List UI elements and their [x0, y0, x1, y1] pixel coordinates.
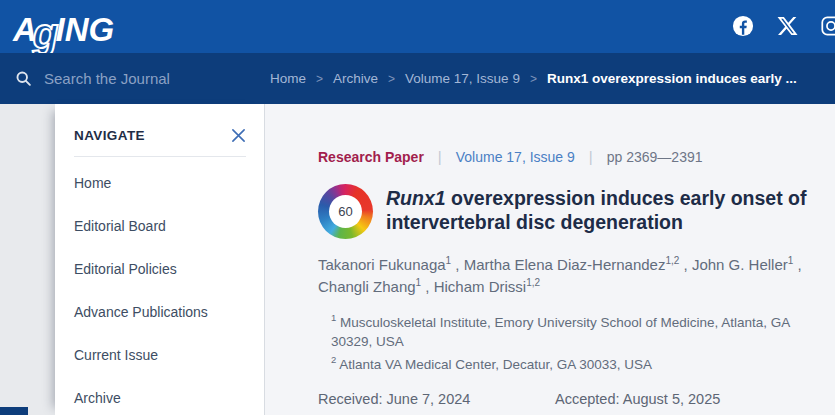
article-title-italic: Runx1 — [386, 187, 446, 209]
x-icon[interactable] — [776, 15, 798, 37]
page: AgING Search the Journal Home>Archive>Vo… — [0, 0, 835, 415]
logo-text-ing: ING — [56, 13, 115, 46]
sidebar-item-advance-publications[interactable]: Advance Publications — [74, 294, 246, 329]
bottom-left-chip — [0, 407, 28, 415]
article-dates: Received: June 7, 2024 Accepted: August … — [318, 389, 835, 415]
breadcrumb-link-archive[interactable]: Archive — [333, 71, 378, 86]
main-area: NAVIGATE HomeEditorial BoardEditorial Po… — [0, 104, 835, 415]
logo-text-g: g — [33, 13, 59, 54]
article-title-rest: overexpression induces early onset of in… — [386, 187, 807, 233]
sidebar-header: NAVIGATE — [74, 128, 246, 157]
affiliation-list: 1 Musculoskeletal Institute, Emory Unive… — [331, 311, 811, 375]
article-meta-row: Research Paper | Volume 17, Issue 9 | pp… — [318, 148, 835, 165]
sidebar-item-home[interactable]: Home — [74, 165, 246, 200]
breadcrumb-separator: > — [316, 72, 323, 86]
issue-link[interactable]: Volume 17, Issue 9 — [456, 149, 575, 165]
sidebar-item-editorial-policies[interactable]: Editorial Policies — [74, 251, 246, 286]
breadcrumb-current: Runx1 overexpression induces early ... — [547, 71, 797, 86]
page-range: pp 2369—2391 — [607, 149, 703, 165]
search-placeholder: Search the Journal — [44, 70, 170, 87]
altmetric-score: 60 — [329, 195, 362, 228]
altmetric-badge[interactable]: 60 — [318, 184, 373, 239]
title-row: 60 Runx1 overexpression induces early on… — [318, 184, 835, 239]
author-name[interactable]: Takanori Fukunaga1 — [318, 256, 451, 273]
dates-row: Received: June 7, 2024 Accepted: August … — [318, 389, 835, 411]
divider: | — [589, 148, 593, 165]
journal-logo[interactable]: AgING — [13, 6, 114, 48]
author-name[interactable]: Hicham Drissi1,2 — [434, 278, 540, 295]
sidebar-item-current-issue[interactable]: Current Issue — [74, 337, 246, 372]
breadcrumb-separator: > — [530, 72, 537, 86]
author-list: Takanori Fukunaga1 , Martha Elena Diaz-H… — [318, 254, 823, 298]
article-title: Runx1 overexpression induces early onset… — [386, 186, 835, 235]
published-date: Published: September 8, 2025 — [318, 411, 835, 415]
search-icon — [15, 70, 32, 87]
close-icon[interactable] — [231, 128, 246, 143]
affiliation-item: 2 Atlanta VA Medical Center, Decatur, GA… — [331, 353, 811, 375]
affiliation-item: 1 Musculoskeletal Institute, Emory Unive… — [331, 311, 811, 353]
sidebar-item-archive[interactable]: Archive — [74, 380, 246, 415]
secondary-nav-bar: Search the Journal Home>Archive>Volume 1… — [0, 53, 835, 104]
divider: | — [438, 148, 442, 165]
instagram-icon[interactable] — [820, 15, 835, 37]
social-links — [732, 15, 835, 37]
article-type-label: Research Paper — [318, 149, 424, 165]
author-name[interactable]: Changli Zhang1 — [318, 278, 421, 295]
author-affiliation-sup: 1 — [416, 277, 422, 288]
sidebar-title: NAVIGATE — [74, 128, 145, 143]
breadcrumb-separator: > — [388, 72, 395, 86]
facebook-icon[interactable] — [732, 15, 754, 37]
affiliation-sup: 1 — [331, 312, 336, 323]
article-header: Research Paper | Volume 17, Issue 9 | pp… — [265, 104, 835, 415]
author-affiliation-sup: 1,2 — [665, 255, 679, 266]
received-date: Received: June 7, 2024 — [318, 389, 555, 411]
author-affiliation-sup: 1,2 — [526, 277, 540, 288]
author-affiliation-sup: 1 — [788, 255, 794, 266]
author-name[interactable]: Martha Elena Diaz-Hernandez1,2 — [464, 256, 680, 273]
breadcrumb-link-volume-17-issue-9[interactable]: Volume 17, Issue 9 — [405, 71, 520, 86]
top-header-bar: AgING — [0, 0, 835, 53]
breadcrumb-link-home[interactable]: Home — [270, 71, 306, 86]
sidebar-item-editorial-board[interactable]: Editorial Board — [74, 208, 246, 243]
affiliation-sup: 2 — [331, 354, 336, 365]
sidebar: NAVIGATE HomeEditorial BoardEditorial Po… — [55, 104, 265, 415]
accepted-date: Accepted: August 5, 2025 — [555, 389, 720, 411]
sidebar-menu: HomeEditorial BoardEditorial PoliciesAdv… — [74, 165, 246, 415]
author-affiliation-sup: 1 — [446, 255, 452, 266]
search-input[interactable]: Search the Journal — [0, 70, 270, 87]
breadcrumb: Home>Archive>Volume 17, Issue 9>Runx1 ov… — [270, 71, 797, 86]
left-gutter — [0, 104, 55, 415]
author-name[interactable]: John G. Heller1 — [692, 256, 793, 273]
